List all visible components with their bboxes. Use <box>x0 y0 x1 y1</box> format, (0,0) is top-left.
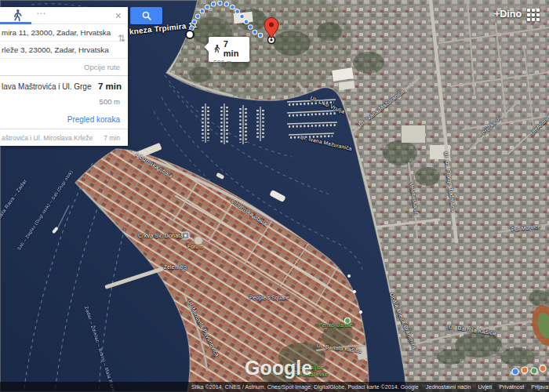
walking-icon <box>11 9 24 23</box>
route-duration-tooltip[interactable]: 7 min 500 m <box>209 37 249 62</box>
origin-field[interactable]: mira 11, 23000, Zadar, Hrvatska <box>0 24 128 42</box>
route-options-link[interactable]: Opcije rute <box>84 63 120 71</box>
route-summary[interactable]: lava Maštrovića i Ul. Grge 7 min 500 m P… <box>0 76 128 129</box>
swap-endpoints-button[interactable]: ⇅ <box>118 33 125 44</box>
search-button[interactable] <box>130 7 162 24</box>
walking-mode-tab[interactable] <box>11 9 25 23</box>
google-watermark: Google <box>245 357 312 379</box>
more-travel-modes[interactable]: ⋯ <box>36 8 46 19</box>
tooltip-duration: 7 min <box>224 39 245 58</box>
route-duration: 7 min <box>98 82 122 91</box>
google-maps-window: kneza Trpimira 11Ul. Oko VruljaUl. Ivana… <box>0 0 549 392</box>
alternate-route-duration: 7 min <box>104 134 120 142</box>
destination-field[interactable]: rleže 3, 23000, Zadar, Hrvatska <box>0 42 128 59</box>
travel-mode-bar: ⋯ × <box>0 7 128 24</box>
route-title: lava Maštrovića i Ul. Grge <box>2 82 95 91</box>
step-by-step-link[interactable]: Pregled koraka <box>67 115 120 124</box>
simple-mode-link[interactable]: Jednostavni način <box>426 383 471 390</box>
terms-link[interactable]: Uvjeti <box>478 383 492 390</box>
close-directions-button[interactable]: × <box>115 9 122 23</box>
imagery-attribution: Slika ©2014, CNES / Astrium, Cnes/Spot I… <box>191 383 419 390</box>
route-distance: 500 m <box>0 97 128 106</box>
alternate-route[interactable]: aštrovića i Ul. Miroslava Krleže 7 min <box>0 129 128 146</box>
alternate-route-title: aštrovića i Ul. Miroslava Krleže <box>2 134 104 142</box>
privacy-link[interactable]: Privatnost <box>499 383 524 390</box>
report-problem-link[interactable]: Prijava pogreške <box>531 383 549 390</box>
tooltip-distance: 500 m <box>213 59 245 67</box>
directions-panel: ⋯ × mira 11, 23000, Zadar, Hrvatska rlež… <box>0 7 128 146</box>
search-icon <box>141 10 152 21</box>
profile-link[interactable]: +Dino <box>494 9 522 20</box>
attribution-bar: Slika ©2014, CNES / Astrium, Cnes/Spot I… <box>0 382 549 392</box>
apps-grid-icon[interactable] <box>527 9 540 21</box>
walking-icon <box>213 44 221 54</box>
selected-mode-underline <box>0 22 31 24</box>
